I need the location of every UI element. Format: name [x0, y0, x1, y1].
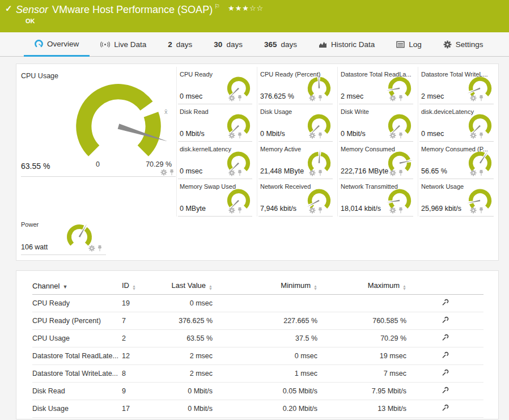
sort-desc-icon: ▼: [62, 284, 67, 290]
gear-icon[interactable]: [228, 207, 235, 214]
pin-icon[interactable]: [237, 207, 243, 214]
gear-icon[interactable]: [228, 169, 235, 176]
gauge-min-label: 0: [96, 160, 100, 168]
cell-min: [213, 295, 317, 312]
flag-icon[interactable]: ⚐: [214, 3, 220, 10]
cell-channel: Datastore Total ReadLate...: [32, 347, 122, 365]
pin-icon[interactable]: [478, 207, 484, 214]
pin-icon[interactable]: [169, 169, 175, 176]
tile-actions: [309, 132, 323, 139]
cell-id: 9: [122, 383, 157, 400]
pin-icon[interactable]: [317, 95, 323, 101]
channel-value: 2 msec: [421, 92, 444, 100]
gear-icon[interactable]: [228, 95, 235, 101]
wrench-icon[interactable]: [442, 316, 449, 324]
tab-30-days[interactable]: 30days: [203, 32, 253, 57]
gear-icon[interactable]: [470, 95, 477, 101]
channel-value: 56.65 %: [421, 167, 447, 175]
gear-icon[interactable]: [228, 132, 235, 139]
gear-icon[interactable]: [470, 169, 477, 176]
column-header-max[interactable]: Maximum▲▼: [317, 278, 406, 295]
gear-icon[interactable]: [309, 169, 316, 176]
cell-max: 5.14 Mbit/s: [317, 418, 406, 420]
channel-value: 0 Mbit/s: [180, 130, 205, 138]
cpu-usage-gauge: [70, 74, 167, 167]
gear-icon[interactable]: [88, 245, 95, 252]
column-header-id[interactable]: ID▲▼: [122, 278, 157, 295]
tile-actions: [228, 169, 243, 176]
tab-live-data[interactable]: Live Data: [90, 32, 157, 57]
gear-icon[interactable]: [389, 207, 396, 214]
table-row[interactable]: CPU Ready (Percent)7376.625 %227.665 %76…: [32, 312, 483, 330]
page-title: VMware Host Performance (SOAP): [52, 4, 213, 15]
table-row[interactable]: Datastore Total ReadLate...122 msec0 mse…: [32, 347, 483, 365]
gear-icon[interactable]: [309, 132, 316, 139]
cell-actions: [406, 312, 483, 330]
pin-icon[interactable]: [478, 169, 484, 176]
pin-icon[interactable]: [398, 207, 404, 214]
table-row[interactable]: Disk Usage170 Mbit/s0.20 Mbit/s13 Mbit/s: [32, 400, 483, 418]
gear-icon[interactable]: [470, 207, 477, 214]
tab-log[interactable]: Log: [385, 32, 432, 57]
pin-icon[interactable]: [398, 132, 404, 139]
cell-max: 7 msec: [317, 365, 406, 383]
gear-icon[interactable]: [389, 169, 396, 176]
status-ok-check-icon: ✓: [5, 3, 12, 14]
cell-last: 63.55 %: [157, 330, 213, 347]
pin-icon[interactable]: [478, 95, 484, 101]
cell-id: 2: [122, 330, 157, 347]
wrench-icon[interactable]: [442, 404, 449, 411]
gear-icon[interactable]: [309, 207, 316, 214]
pin-icon[interactable]: [97, 245, 103, 252]
cell-actions: [406, 295, 483, 312]
tab-label: Settings: [456, 40, 483, 49]
pin-icon[interactable]: [237, 95, 243, 101]
gauge-tile: Disk Usage0 Mbit/s: [257, 104, 337, 142]
tab-label: Live Data: [114, 40, 146, 49]
tab-historic-data[interactable]: Historic Data: [308, 32, 385, 57]
wrench-icon[interactable]: [442, 369, 449, 376]
wrench-icon[interactable]: [442, 299, 449, 306]
channel-value: 0 msec: [180, 92, 202, 100]
pin-icon[interactable]: [237, 132, 243, 139]
column-header-channel[interactable]: Channel▼: [32, 278, 122, 295]
gear-icon[interactable]: [389, 95, 396, 101]
pin-icon[interactable]: [478, 132, 484, 139]
column-header-last[interactable]: Last Value▲▼: [157, 278, 213, 295]
gauge-tile-grid: CPU Ready0 msecCPU Ready (Percent)376.62…: [176, 67, 498, 217]
table-row[interactable]: Disk Read90 Mbit/s0.05 Mbit/s7.95 Mbit/s: [32, 383, 483, 400]
table-row[interactable]: Disk Write180 Mbit/s0.13 Mbit/s5.14 Mbit…: [32, 418, 483, 420]
pin-icon[interactable]: [398, 169, 404, 176]
table-row[interactable]: Datastore Total WriteLate...82 msec1 mse…: [32, 365, 483, 383]
gear-icon[interactable]: [389, 132, 396, 139]
pin-icon[interactable]: [398, 95, 404, 101]
column-header-min[interactable]: Minimum▲▼: [213, 278, 317, 295]
table-header-row: Channel▼ID▲▼Last Value▲▼Minimum▲▼Maximum…: [32, 278, 483, 295]
wrench-icon[interactable]: [442, 387, 449, 394]
rating-stars[interactable]: ★★★☆☆: [228, 4, 264, 12]
table-row[interactable]: CPU Usage263.55 %37.5 %70.29 %: [32, 330, 483, 347]
channel-value: 376.625 %: [260, 92, 294, 100]
tile-actions: [228, 132, 243, 139]
gear-icon[interactable]: [470, 132, 477, 139]
wrench-icon[interactable]: [442, 351, 449, 359]
tab-overview[interactable]: Overview: [24, 32, 90, 57]
channel-value: 25,969 kbit/s: [421, 205, 461, 213]
cell-channel: CPU Usage: [32, 330, 122, 347]
pin-icon[interactable]: [317, 207, 323, 214]
tab-settings[interactable]: Settings: [432, 32, 494, 57]
channel-value: 106 watt: [21, 243, 48, 251]
tab-2-days[interactable]: 2days: [157, 32, 203, 57]
table-row[interactable]: CPU Ready190 msec: [32, 295, 483, 312]
log-icon: [396, 41, 405, 48]
gear-icon[interactable]: [309, 95, 316, 101]
cell-id: 8: [122, 365, 157, 383]
gear-icon[interactable]: [160, 169, 167, 176]
channel-value: 21,448 MByte: [260, 167, 304, 175]
pin-icon[interactable]: [317, 169, 323, 176]
pin-icon[interactable]: [237, 169, 243, 176]
cell-min: 0.20 Mbit/s: [213, 400, 317, 418]
tab-365-days[interactable]: 365days: [253, 32, 308, 57]
pin-icon[interactable]: [317, 132, 323, 139]
wrench-icon[interactable]: [442, 334, 449, 341]
